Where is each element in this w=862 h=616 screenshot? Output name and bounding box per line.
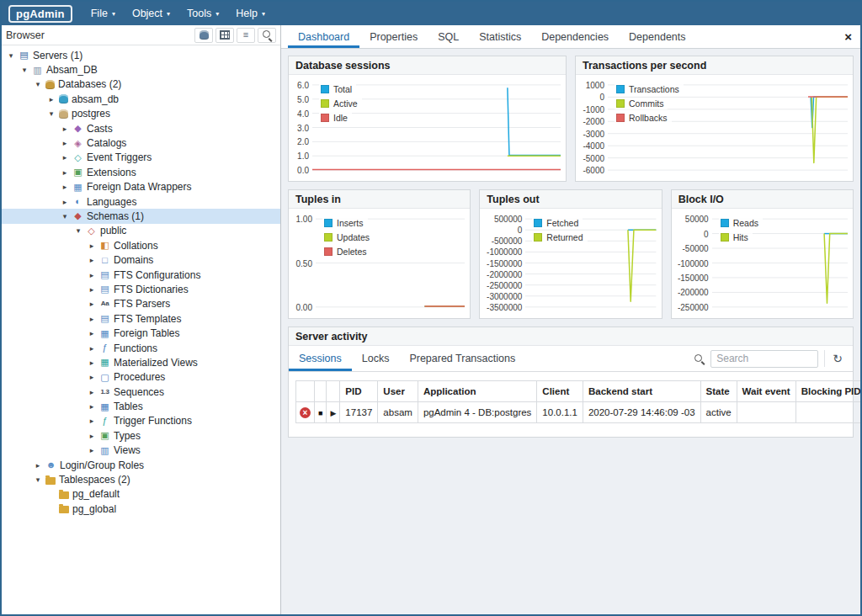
tree-item-casts[interactable]: ▸◆Casts — [2, 121, 280, 135]
browser-tool-tree-filter-icon[interactable]: ≡ — [237, 28, 255, 43]
chevron-right-icon[interactable]: ▸ — [34, 461, 42, 470]
tab-properties[interactable]: Properties — [359, 25, 428, 48]
chevron-right-icon[interactable]: ▸ — [88, 373, 96, 381]
tree-item-label: Domains — [114, 254, 153, 266]
menu-tools[interactable]: Tools▾ — [178, 2, 227, 25]
search-icon — [262, 29, 273, 40]
tree-item-absam-db[interactable]: ▸absam_db — [2, 92, 280, 106]
tree-item-login-group-roles[interactable]: ▸☻Login/Group Roles — [2, 458, 280, 472]
chevron-right-icon[interactable]: ▸ — [88, 402, 96, 411]
legend-label: Rollbacks — [629, 113, 668, 123]
chevron-right-icon[interactable]: ▸ — [47, 95, 56, 104]
activity-tab-sessions[interactable]: Sessions — [289, 346, 352, 371]
tree-item-pg-global[interactable]: pg_global — [2, 502, 280, 516]
chevron-right-icon[interactable]: ▸ — [61, 183, 69, 191]
tree-item-postgres[interactable]: ▾postgres — [2, 107, 280, 121]
tree-item-collations[interactable]: ▸◧Collations — [2, 238, 280, 252]
tree-item-tables[interactable]: ▸▦Tables — [2, 399, 280, 413]
menu-help[interactable]: Help▾ — [227, 2, 274, 25]
tree-item-materialized-views[interactable]: ▸▦Materialized Views — [2, 355, 280, 369]
chevron-right-icon[interactable]: ▸ — [88, 242, 96, 250]
chevron-down-icon[interactable]: ▾ — [7, 51, 15, 60]
menu-file[interactable]: File▾ — [82, 2, 124, 25]
chevron-right-icon[interactable]: ▸ — [88, 300, 96, 308]
chevron-right-icon[interactable]: ▸ — [88, 432, 96, 440]
menu-label: Help — [236, 8, 258, 19]
y-tick-label: -1000 — [583, 104, 604, 114]
stop-icon[interactable]: ■ — [318, 409, 322, 417]
tree-item-event-triggers[interactable]: ▸◇Event Triggers — [2, 151, 280, 165]
tree-item-fts-configurations[interactable]: ▸▤FTS Configurations — [2, 268, 280, 282]
tab-dependencies[interactable]: Dependencies — [531, 25, 619, 48]
y-tick-label: 6.0 — [297, 80, 309, 89]
tree-item-absam-db[interactable]: ▾▥Absam_DB — [2, 62, 280, 77]
tree-item-pg-default[interactable]: pg_default — [2, 487, 280, 502]
tree-item-label: Casts — [87, 123, 113, 135]
chevron-down-icon[interactable]: ▾ — [74, 226, 82, 235]
chevron-right-icon[interactable]: ▸ — [88, 344, 96, 353]
tree-item-tablespaces-2[interactable]: ▾Tablespaces (2) — [2, 472, 280, 486]
tab-sql[interactable]: SQL — [428, 25, 469, 48]
chevron-down-icon[interactable]: ▾ — [47, 109, 56, 118]
refresh-icon[interactable] — [824, 350, 846, 367]
close-icon[interactable]: × — [836, 29, 860, 44]
chevron-right-icon[interactable]: ▸ — [61, 139, 69, 147]
tree-item-label: Sequences — [114, 386, 164, 398]
chevron-down-icon[interactable]: ▾ — [34, 475, 42, 484]
activity-tab-locks[interactable]: Locks — [352, 346, 400, 371]
tree-item-catalogs[interactable]: ▸◈Catalogs — [2, 135, 280, 150]
chevron-down-icon[interactable]: ▾ — [20, 66, 29, 74]
chevron-right-icon[interactable]: ▸ — [61, 125, 69, 133]
chevron-right-icon[interactable]: ▸ — [88, 446, 96, 454]
tree-item-public[interactable]: ▾◇public — [2, 224, 280, 238]
charts-row-1: Database sessions6.05.04.03.02.01.00.0To… — [288, 56, 854, 182]
tree-item-fts-templates[interactable]: ▸▤FTS Templates — [2, 311, 280, 326]
chevron-right-icon[interactable]: ▸ — [88, 271, 96, 279]
expand-icon[interactable]: ▶ — [330, 409, 336, 417]
chevron-right-icon[interactable]: ▸ — [61, 168, 69, 177]
chevron-down-icon[interactable]: ▾ — [61, 212, 69, 220]
tree-item-trigger-functions[interactable]: ▸ƒTrigger Functions — [2, 414, 280, 428]
chevron-down-icon[interactable]: ▾ — [34, 80, 42, 88]
terminate-icon[interactable]: × — [300, 407, 311, 418]
tree-item-functions[interactable]: ▸ƒFunctions — [2, 341, 280, 355]
tree-item-procedures[interactable]: ▸▢Procedures — [2, 370, 280, 385]
tree-item-schemas-1[interactable]: ▾◆Schemas (1) — [2, 209, 280, 223]
chevron-right-icon[interactable]: ▸ — [61, 198, 69, 206]
tree-item-foreign-tables[interactable]: ▸▦Foreign Tables — [2, 326, 280, 340]
tree-item-servers-1[interactable]: ▾▤Servers (1) — [2, 48, 280, 62]
tree-item-sequences[interactable]: ▸1.3Sequences — [2, 385, 280, 399]
tree-item-types[interactable]: ▸▣Types — [2, 428, 280, 443]
browser-tool-search-icon[interactable] — [258, 28, 276, 43]
chevron-right-icon[interactable]: ▸ — [61, 153, 69, 162]
main-panel: DashboardPropertiesSQLStatisticsDependen… — [281, 25, 860, 614]
tree-item-fts-parsers[interactable]: ▸AaFTS Parsers — [2, 297, 280, 311]
chevron-right-icon[interactable]: ▸ — [88, 285, 96, 294]
tree-item-foreign-data-wrappers[interactable]: ▸▦Foreign Data Wrappers — [2, 180, 280, 194]
tab-statistics[interactable]: Statistics — [469, 25, 531, 48]
tree-item-views[interactable]: ▸▥Views — [2, 443, 280, 458]
tab-dependents[interactable]: Dependents — [619, 25, 695, 48]
browser-tool-db-lightning-icon[interactable] — [194, 28, 213, 43]
chevron-right-icon[interactable]: ▸ — [88, 388, 96, 396]
chevron-right-icon[interactable]: ▸ — [88, 315, 96, 323]
tree-item-languages[interactable]: ▸◐Languages — [2, 194, 280, 209]
legend-item-inserts: Inserts — [322, 217, 368, 229]
search-input[interactable] — [710, 350, 818, 368]
tree-item-domains[interactable]: ▸□Domains — [2, 252, 280, 267]
tree-item-databases-2[interactable]: ▾Databases (2) — [2, 77, 280, 92]
chevron-right-icon[interactable]: ▸ — [88, 329, 96, 337]
browser-tool-grid-icon[interactable] — [216, 28, 234, 43]
chevron-right-icon[interactable]: ▸ — [88, 417, 96, 425]
y-axis-labels: 6.05.04.03.02.01.00.0 — [289, 79, 312, 176]
tree-item-fts-dictionaries[interactable]: ▸▤FTS Dictionaries — [2, 282, 280, 296]
activity-tab-prepared-transactions[interactable]: Prepared Transactions — [399, 346, 525, 371]
chevron-right-icon[interactable]: ▸ — [88, 256, 96, 264]
menu-object[interactable]: Object▾ — [124, 2, 178, 25]
collations-icon: ◧ — [99, 241, 110, 250]
tab-dashboard[interactable]: Dashboard — [288, 25, 359, 48]
chevron-right-icon[interactable]: ▸ — [88, 358, 96, 367]
y-tick-label: 2.0 — [297, 137, 309, 146]
tree-item-extensions[interactable]: ▸▣Extensions — [2, 165, 280, 179]
tree-item-label: postgres — [72, 108, 110, 119]
